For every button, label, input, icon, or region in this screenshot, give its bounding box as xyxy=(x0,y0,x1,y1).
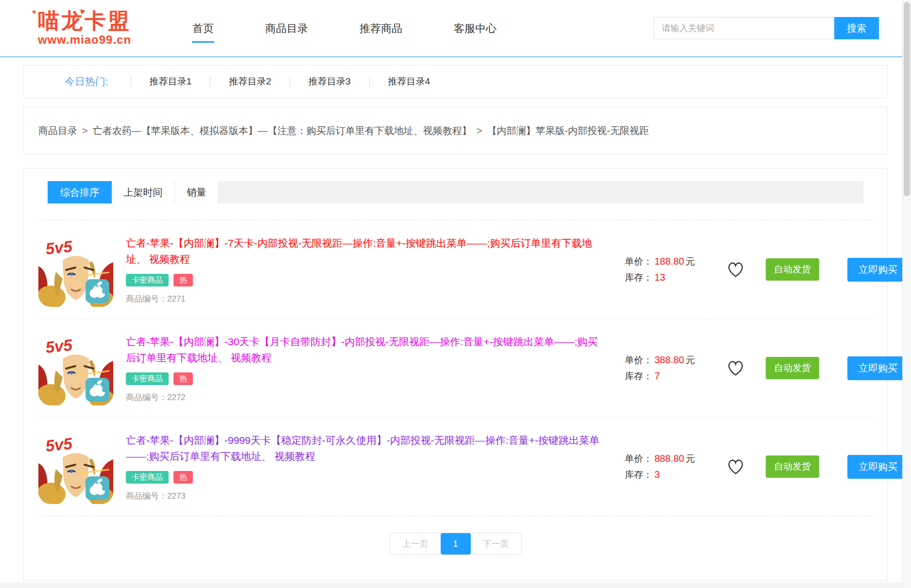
sku-label: 商品编号： xyxy=(126,393,167,402)
stock-line: 库存：7 xyxy=(625,370,706,383)
price-unit: 元 xyxy=(686,355,695,365)
breadcrumb-separator: > xyxy=(82,125,88,136)
breadcrumb-item: 【内部澜】苹果版-内部投视-无限视距 xyxy=(487,124,649,137)
price-unit: 元 xyxy=(686,256,695,267)
divider xyxy=(210,76,210,87)
price-value: 888.80 xyxy=(654,453,684,464)
buy-now-button[interactable]: 立即购买 xyxy=(847,455,909,479)
product-row: 亡者-苹果-【内部澜】-7天卡-内部投视-无限视距—操作:音量+-按键跳出菜单—… xyxy=(38,220,873,319)
product-sku: 商品编号：2271 xyxy=(126,293,604,304)
divider xyxy=(290,76,290,87)
pager-group: 上一页 1 下一页 xyxy=(390,533,522,555)
game-app-icon xyxy=(38,429,113,504)
game-app-icon xyxy=(38,331,113,405)
price-block: 单价：388.80元 库存：7 xyxy=(625,351,706,386)
favorite-heart-icon[interactable] xyxy=(726,260,745,279)
product-title[interactable]: 亡者-苹果-【内部澜】-30天卡【月卡自带防封】-内部投视-无限视距—操作:音量… xyxy=(126,334,604,366)
search-input[interactable] xyxy=(653,17,834,39)
price-unit: 元 xyxy=(686,454,695,464)
buy-now-button[interactable]: 立即购买 xyxy=(847,258,909,282)
product-title[interactable]: 亡者-苹果-【内部澜】-7天卡-内部投视-无限视距—操作:音量+-按键跳出菜单—… xyxy=(126,235,604,267)
nav-item[interactable]: 推荐商品 xyxy=(358,14,404,43)
auto-ship-button[interactable]: 自动发货 xyxy=(766,357,819,379)
breadcrumb-item[interactable]: 商品目录 xyxy=(38,124,77,137)
stock-label: 库存： xyxy=(625,470,653,480)
price-block: 单价：188.80元 库存：13 xyxy=(625,252,706,287)
pager-next-button[interactable]: 下一页 xyxy=(471,533,521,554)
pager-current-page[interactable]: 1 xyxy=(441,533,471,554)
stock-line: 库存：3 xyxy=(625,469,706,481)
product-tag: 卡密商品 xyxy=(126,372,169,385)
stock-value: 3 xyxy=(654,469,660,480)
unit-price-line: 单价：388.80元 xyxy=(625,354,706,367)
product-sku: 商品编号：2272 xyxy=(126,392,604,403)
product-info: 亡者-苹果-【内部澜】-30天卡【月卡自带防封】-内部投视-无限视距—操作:音量… xyxy=(126,334,604,403)
hot-item[interactable]: 推荐目录1 xyxy=(150,75,192,88)
site-logo[interactable]: ✦ ♥ 喵龙卡盟 www.miao99.cn xyxy=(23,10,146,47)
product-tags: 卡密商品热 xyxy=(126,274,604,286)
hot-item[interactable]: 推荐目录4 xyxy=(388,75,430,88)
scrollbar-track[interactable] xyxy=(902,0,911,588)
product-tag: 卡密商品 xyxy=(126,471,169,484)
price-label: 单价： xyxy=(625,454,653,464)
sku-value: 2271 xyxy=(167,294,186,303)
price-value: 188.80 xyxy=(654,256,684,267)
product-row: 亡者-苹果-【内部澜】-30天卡【月卡自带防封】-内部投视-无限视距—操作:音量… xyxy=(38,319,873,418)
sku-label: 商品编号： xyxy=(126,294,167,303)
breadcrumb-separator: > xyxy=(477,125,482,136)
divider xyxy=(131,76,131,87)
product-tag: 热 xyxy=(173,372,193,385)
product-tags: 卡密商品热 xyxy=(126,372,604,385)
nav-item[interactable]: 商品目录 xyxy=(263,14,310,43)
product-info: 亡者-苹果-【内部澜】-9999天卡【稳定防封-可永久使用】-内部投视-无限视距… xyxy=(126,432,604,502)
hot-item[interactable]: 推荐目录2 xyxy=(229,75,271,88)
product-title[interactable]: 亡者-苹果-【内部澜】-9999天卡【稳定防封-可永久使用】-内部投视-无限视距… xyxy=(126,432,604,464)
main-nav: 首页商品目录推荐商品客服中心 xyxy=(190,14,498,43)
product-tags: 卡密商品热 xyxy=(126,471,604,484)
favorite-heart-icon[interactable] xyxy=(726,457,745,476)
buy-now-button[interactable]: 立即购买 xyxy=(847,356,909,380)
scrollbar-thumb[interactable] xyxy=(904,2,910,196)
auto-ship-button[interactable]: 自动发货 xyxy=(766,455,819,478)
stock-line: 库存：13 xyxy=(625,271,706,284)
search-box: 搜索 xyxy=(653,17,879,39)
price-label: 单价： xyxy=(625,256,653,267)
product-tag: 卡密商品 xyxy=(126,274,169,286)
product-sku: 商品编号：2273 xyxy=(126,490,604,502)
pager-prev-button[interactable]: 上一页 xyxy=(390,533,441,554)
sku-label: 商品编号： xyxy=(126,491,167,501)
price-value: 388.80 xyxy=(654,354,684,365)
stock-value: 7 xyxy=(654,370,660,381)
breadcrumb: 商品目录>亡者农药—【苹果版本、模拟器版本】—【注意：购买后订单里有下载地址、视… xyxy=(23,107,888,154)
product-list: 亡者-苹果-【内部澜】-7天卡-内部投视-无限视距—操作:音量+-按键跳出菜单—… xyxy=(38,220,873,516)
favorite-heart-icon[interactable] xyxy=(726,359,745,377)
nav-item[interactable]: 首页 xyxy=(190,14,216,43)
search-button[interactable]: 搜索 xyxy=(834,17,879,39)
breadcrumb-item[interactable]: 亡者农药—【苹果版本、模拟器版本】—【注意：购买后订单里有下载地址、视频教程】 xyxy=(93,124,472,137)
logo-spark-icon: ✦ xyxy=(31,8,37,17)
auto-ship-button[interactable]: 自动发货 xyxy=(766,258,819,281)
product-tag: 热 xyxy=(173,274,193,286)
sku-value: 2272 xyxy=(167,393,186,402)
hot-label: 今日热门: xyxy=(65,75,108,88)
price-label: 单价： xyxy=(625,355,653,365)
sku-value: 2273 xyxy=(167,491,186,501)
unit-price-line: 单价：188.80元 xyxy=(625,255,706,268)
hot-item[interactable]: 推荐目录3 xyxy=(309,75,351,88)
divider xyxy=(369,76,370,87)
sort-tab[interactable]: 上架时间 xyxy=(112,181,175,203)
site-header: ✦ ♥ 喵龙卡盟 www.miao99.cn 首页商品目录推荐商品客服中心 搜索 xyxy=(0,0,911,57)
sort-tabs: 综合排序上架时间销量 xyxy=(48,181,863,203)
product-info: 亡者-苹果-【内部澜】-7天卡-内部投视-无限视距—操作:音量+-按键跳出菜单—… xyxy=(126,235,604,304)
footer-strip xyxy=(0,582,911,588)
hot-items: 推荐目录1推荐目录2推荐目录3推荐目录4 xyxy=(112,75,430,88)
product-row: 亡者-苹果-【内部澜】-9999天卡【稳定防封-可永久使用】-内部投视-无限视距… xyxy=(38,418,873,516)
unit-price-line: 单价：888.80元 xyxy=(625,453,706,465)
game-app-icon xyxy=(38,232,113,307)
sort-tab[interactable]: 销量 xyxy=(175,181,219,203)
product-tag: 热 xyxy=(173,471,193,484)
nav-item[interactable]: 客服中心 xyxy=(452,14,498,43)
stock-value: 13 xyxy=(654,272,665,283)
price-block: 单价：888.80元 库存：3 xyxy=(625,449,706,485)
sort-tab[interactable]: 综合排序 xyxy=(48,181,112,203)
